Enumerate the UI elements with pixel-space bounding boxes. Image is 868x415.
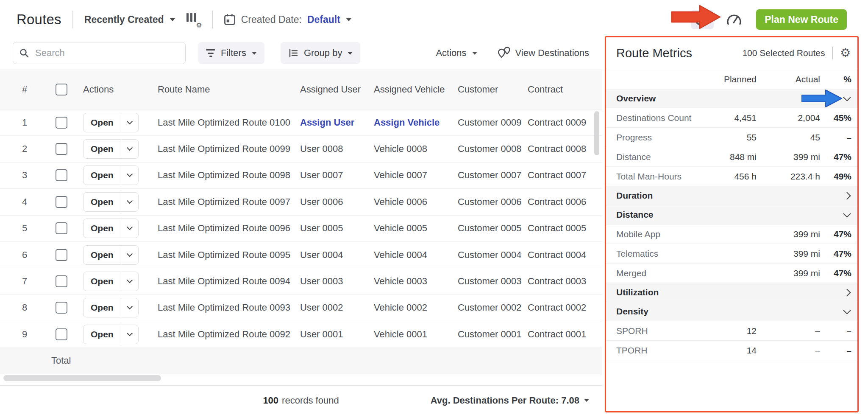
filters-button[interactable]: Filters — [198, 42, 264, 64]
row-checkbox[interactable] — [56, 143, 67, 155]
section-label: Density — [616, 306, 648, 317]
open-dropdown-button[interactable] — [121, 166, 138, 185]
open-button[interactable]: Open — [83, 113, 139, 132]
open-dropdown-button[interactable] — [121, 298, 138, 317]
sort-label: Recently Created — [84, 14, 164, 25]
select-all-checkbox[interactable] — [56, 84, 67, 95]
open-button[interactable]: Open — [83, 165, 139, 185]
route-table-body: 1OpenLast Mile Optimized Route 0100Assig… — [0, 109, 602, 348]
column-header-assigned-user[interactable]: Assigned User — [297, 84, 373, 95]
route-name: Last Mile Optimized Route 0097 — [144, 196, 297, 208]
open-dropdown-button[interactable] — [121, 219, 138, 238]
route-name: Last Mile Optimized Route 0093 — [144, 302, 297, 313]
open-button[interactable]: Open — [83, 298, 139, 317]
selected-routes-count: 100 Selected Routes — [742, 48, 825, 58]
metrics-row: Mobile App399 mi47% — [606, 224, 857, 244]
plan-new-route-button[interactable]: Plan New Route — [756, 9, 847, 30]
row-checkbox[interactable] — [56, 222, 67, 234]
vertical-scrollbar-thumb[interactable] — [594, 111, 599, 155]
avg-destinations-label: Avg. Destinations Per Route: 7.08 — [431, 395, 579, 406]
caret-down-icon — [346, 18, 352, 21]
column-header-contract[interactable]: Contract — [528, 84, 602, 95]
gear-mini-icon: ⚙ — [196, 22, 202, 29]
open-button[interactable]: Open — [83, 272, 139, 291]
open-dropdown-button[interactable] — [121, 246, 138, 264]
assign-vehicle-link[interactable]: Assign Vehicle — [373, 117, 458, 128]
top-header: Routes Recently Created ⚙ Created Date: … — [0, 0, 868, 39]
sort-dropdown[interactable]: Recently Created — [84, 14, 175, 25]
search-input[interactable] — [34, 47, 179, 59]
horizontal-scrollbar-thumb[interactable] — [3, 375, 161, 381]
records-count: 100 — [263, 395, 278, 406]
group-by-button[interactable]: Group by — [281, 42, 361, 64]
dashboard-gauge-button[interactable] — [726, 13, 743, 26]
column-header-customer[interactable]: Customer — [458, 84, 528, 95]
column-header-route-name[interactable]: Route Name — [144, 84, 297, 95]
open-dropdown-button[interactable] — [121, 193, 138, 211]
search-box[interactable] — [13, 42, 186, 64]
header-divider — [72, 11, 73, 28]
calendar-icon — [224, 14, 236, 25]
metrics-row: Progress5545– — [606, 128, 857, 147]
customer: Customer 0002 — [458, 302, 528, 313]
records-text: records found — [282, 395, 339, 406]
metrics-section-utilization[interactable]: Utilization — [606, 283, 857, 302]
search-icon — [19, 48, 29, 58]
column-header-assigned-vehicle[interactable]: Assigned Vehicle — [373, 84, 458, 95]
open-dropdown-button[interactable] — [121, 272, 138, 291]
avg-destinations-dropdown[interactable]: Avg. Destinations Per Route: 7.08 — [431, 386, 589, 415]
metric-percent-value: 47% — [820, 249, 851, 259]
total-label: Total — [51, 355, 71, 366]
contract: Contract 0001 — [528, 329, 602, 340]
assign-user-link[interactable]: Assign User — [297, 117, 373, 128]
metric-actual-value: – — [757, 345, 820, 356]
metrics-section-duration[interactable]: Duration — [606, 186, 857, 205]
assigned-vehicle: Vehicle 0001 — [373, 329, 458, 340]
metric-planned-value: 456 h — [701, 171, 757, 182]
map-pins-icon — [497, 47, 511, 59]
customer: Customer 0001 — [458, 329, 528, 340]
chevron-down-icon — [843, 210, 851, 217]
row-checkbox[interactable] — [56, 302, 67, 314]
open-button-label: Open — [83, 298, 121, 317]
metric-planned-value: 12 — [701, 326, 757, 336]
assigned-user: User 0007 — [297, 170, 373, 181]
created-date-filter[interactable]: Created Date: Default — [224, 14, 352, 25]
open-button[interactable]: Open — [83, 219, 139, 238]
row-checkbox[interactable] — [56, 196, 67, 208]
row-checkbox[interactable] — [56, 249, 67, 261]
view-destinations-button[interactable]: View Destinations — [497, 47, 589, 59]
metric-percent-value: 47% — [820, 229, 851, 239]
row-checkbox[interactable] — [56, 328, 67, 340]
metric-actual-value: – — [757, 326, 820, 336]
column-settings-button[interactable]: ⚙ — [186, 13, 201, 26]
open-dropdown-button[interactable] — [121, 325, 138, 344]
open-button[interactable]: Open — [83, 245, 139, 265]
open-dropdown-button[interactable] — [121, 140, 138, 158]
open-button[interactable]: Open — [83, 139, 139, 159]
filter-icon — [206, 49, 215, 57]
open-button-label: Open — [83, 113, 121, 132]
route-name: Last Mile Optimized Route 0096 — [144, 223, 297, 234]
column-header-actions[interactable]: Actions — [76, 84, 144, 95]
column-header-number[interactable]: # — [13, 84, 47, 95]
gear-icon[interactable]: ⚙ — [840, 47, 851, 59]
metrics-section-density[interactable]: Density — [606, 302, 857, 321]
section-label: Overview — [616, 93, 656, 104]
row-checkbox[interactable] — [56, 275, 67, 287]
assigned-user: User 0003 — [297, 276, 373, 287]
metric-label: TPORH — [616, 345, 701, 356]
metrics-section-distance[interactable]: Distance — [606, 205, 857, 224]
row-checkbox[interactable] — [56, 169, 67, 181]
customer: Customer 0006 — [458, 196, 528, 208]
metric-label: Mobile App — [616, 229, 701, 239]
row-checkbox[interactable] — [56, 117, 67, 129]
open-button[interactable]: Open — [83, 325, 139, 344]
open-button[interactable]: Open — [83, 192, 139, 212]
customer: Customer 0003 — [458, 276, 528, 287]
assigned-vehicle: Vehicle 0007 — [373, 170, 458, 181]
open-dropdown-button[interactable] — [121, 113, 138, 132]
metric-label: Telematics — [616, 249, 701, 259]
total-row: Total — [0, 348, 602, 374]
actions-dropdown[interactable]: Actions — [436, 48, 477, 59]
